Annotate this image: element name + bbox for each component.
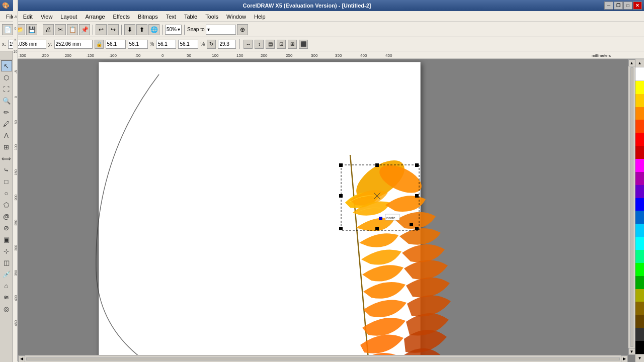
color-purple[interactable] bbox=[635, 172, 644, 185]
ungroup-icon[interactable]: ⊞ bbox=[288, 40, 297, 49]
rotation-input[interactable] bbox=[218, 40, 236, 49]
color-aqua[interactable] bbox=[635, 237, 644, 250]
flip-h-icon[interactable]: ↔ bbox=[244, 40, 253, 49]
menu-view[interactable]: View bbox=[37, 13, 57, 21]
menu-text[interactable]: Text bbox=[162, 13, 180, 21]
color-blue[interactable] bbox=[635, 198, 644, 211]
color-magenta[interactable] bbox=[635, 159, 644, 172]
color-violet[interactable] bbox=[635, 185, 644, 198]
fill-tool[interactable]: ▣ bbox=[1, 234, 12, 245]
menu-arrange[interactable]: Arrange bbox=[81, 13, 109, 21]
scroll-right-btn[interactable]: ▶ bbox=[621, 355, 628, 363]
scrollbar-vertical[interactable]: ▲ ▼ bbox=[628, 59, 635, 355]
flip-v-icon[interactable]: ↕ bbox=[255, 40, 264, 49]
minimize-button[interactable]: ─ bbox=[604, 2, 613, 10]
color-lime[interactable] bbox=[635, 263, 644, 276]
height-input[interactable] bbox=[128, 40, 148, 49]
menu-bitmaps[interactable]: Bitmaps bbox=[134, 13, 162, 21]
menu-help[interactable]: Help bbox=[250, 13, 270, 21]
color-medblue[interactable] bbox=[635, 211, 644, 224]
export-button[interactable]: ⬆ bbox=[136, 24, 147, 35]
cut-button[interactable]: ✂ bbox=[55, 24, 66, 35]
text-tool[interactable]: A bbox=[1, 130, 12, 141]
select-tool[interactable]: ↖ bbox=[1, 60, 12, 71]
zoom-tool[interactable]: 🔍 bbox=[1, 95, 12, 106]
close-button[interactable]: ✕ bbox=[633, 2, 642, 10]
menu-tools[interactable]: Tools bbox=[201, 13, 222, 21]
svg-text:400: 400 bbox=[14, 295, 18, 301]
canvas[interactable]: node ◀ ▶ ▲ ▼ bbox=[18, 59, 635, 362]
scrollbar-horizontal[interactable]: ◀ ▶ bbox=[18, 355, 628, 362]
restore-button[interactable]: ❐ bbox=[614, 2, 623, 10]
outline-tool[interactable]: ⌂ bbox=[1, 280, 12, 291]
palette-scroll-up[interactable]: ▲ bbox=[635, 59, 644, 67]
eyedropper-tool[interactable]: 💉 bbox=[1, 268, 12, 280]
polygon-tool[interactable]: ⬠ bbox=[1, 199, 12, 210]
group-icon[interactable]: ⊡ bbox=[277, 40, 286, 49]
color-darkred[interactable] bbox=[635, 146, 644, 159]
menu-window[interactable]: Window bbox=[222, 13, 250, 21]
blend-tool[interactable]: ≋ bbox=[1, 292, 12, 303]
scroll-left-btn[interactable]: ◀ bbox=[18, 355, 25, 363]
align-icon[interactable]: ▤ bbox=[266, 40, 275, 49]
color-brown[interactable] bbox=[635, 302, 644, 315]
new-button[interactable]: 📄 bbox=[2, 24, 13, 35]
color-redorange[interactable] bbox=[635, 120, 644, 133]
contour-tool[interactable]: ◎ bbox=[1, 303, 12, 314]
snapto-dropdown[interactable]: ▾ bbox=[206, 25, 236, 35]
svg-text:0: 0 bbox=[162, 53, 164, 58]
titlebar-controls[interactable]: ─ ❐ □ ✕ bbox=[604, 2, 642, 10]
color-gold[interactable] bbox=[635, 94, 644, 107]
color-orange[interactable] bbox=[635, 107, 644, 120]
graph-tool[interactable]: ⊘ bbox=[1, 222, 12, 233]
color-white[interactable] bbox=[635, 67, 644, 81]
color-yellow[interactable] bbox=[635, 81, 644, 94]
copy-button[interactable]: 📋 bbox=[67, 24, 78, 35]
color-red[interactable] bbox=[635, 133, 644, 146]
rect-tool[interactable]: □ bbox=[1, 176, 12, 187]
print-button[interactable]: 🖨 bbox=[43, 24, 54, 35]
color-olive[interactable] bbox=[635, 289, 644, 302]
color-green[interactable] bbox=[635, 250, 644, 263]
shape-tool[interactable]: ⬡ bbox=[1, 72, 12, 83]
maximize-button[interactable]: □ bbox=[623, 2, 632, 10]
snap-button[interactable]: ⊕ bbox=[237, 24, 248, 35]
color-black[interactable] bbox=[635, 341, 644, 354]
menu-layout[interactable]: Layout bbox=[56, 13, 81, 21]
import-button[interactable]: ⬇ bbox=[124, 24, 135, 35]
spiral-tool[interactable]: @ bbox=[1, 211, 12, 222]
menu-effects[interactable]: Effects bbox=[109, 13, 134, 21]
palette-scroll-down[interactable]: ▼ bbox=[635, 354, 644, 362]
pen-tool[interactable]: 🖊 bbox=[1, 118, 12, 129]
color-darkgreen[interactable] bbox=[635, 276, 644, 289]
width-input[interactable] bbox=[106, 40, 126, 49]
publish-button[interactable]: 🌐 bbox=[148, 24, 159, 35]
wpct-input[interactable] bbox=[156, 40, 176, 49]
lock-icon[interactable]: 🔒 bbox=[95, 40, 104, 49]
dimension-tool[interactable]: ⟺ bbox=[1, 153, 12, 164]
ellipse-tool[interactable]: ○ bbox=[1, 188, 12, 199]
scroll-down-btn[interactable]: ▼ bbox=[628, 348, 635, 355]
mesh-tool[interactable]: ⊹ bbox=[1, 245, 12, 256]
redo-button[interactable]: ↪ bbox=[108, 24, 119, 35]
connector-tool[interactable]: ⤷ bbox=[1, 164, 12, 175]
color-cyan[interactable] bbox=[635, 224, 644, 237]
zoom-dropdown[interactable]: 50% ▾ bbox=[165, 25, 182, 35]
color-darkbrown[interactable] bbox=[635, 315, 644, 328]
crop-tool[interactable]: ⛶ bbox=[1, 83, 12, 95]
save-button[interactable]: 💾 bbox=[26, 24, 37, 35]
color-darkgray[interactable] bbox=[635, 328, 644, 341]
menu-table[interactable]: Table bbox=[180, 13, 201, 21]
undo-button[interactable]: ↩ bbox=[96, 24, 107, 35]
arrange-icon[interactable]: ⬛ bbox=[299, 40, 308, 49]
freehand-tool[interactable]: ✏ bbox=[1, 107, 12, 118]
table-tool[interactable]: ⊞ bbox=[1, 141, 12, 152]
hpct-input[interactable] bbox=[178, 40, 198, 49]
y-input[interactable] bbox=[54, 40, 93, 49]
scroll-up-btn[interactable]: ▲ bbox=[628, 59, 635, 66]
svg-text:450: 450 bbox=[385, 53, 392, 58]
menu-edit[interactable]: Edit bbox=[19, 13, 37, 21]
svg-text:0: 0 bbox=[14, 96, 18, 98]
paste-button[interactable]: 📌 bbox=[79, 24, 90, 35]
transparency-tool[interactable]: ◫ bbox=[1, 257, 12, 268]
